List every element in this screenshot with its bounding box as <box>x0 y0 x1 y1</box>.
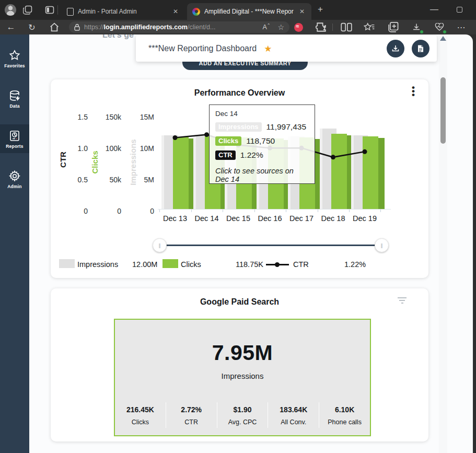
report-icon <box>8 130 21 142</box>
tab-bar: Admin - Portal Admin ✕ Amplified Digital… <box>0 0 476 20</box>
x-axis-label: Dec 16 <box>254 214 286 223</box>
legend-label-clicks: Clicks <box>181 259 201 270</box>
tab-amplified-digital[interactable]: Amplified Digital - ***New Repor ✕ <box>187 3 311 20</box>
y-tick-label: 15M <box>123 113 154 121</box>
split-screen-icon[interactable] <box>341 21 352 33</box>
web-content: Favorites Data Reports <box>0 34 473 453</box>
chart-x-labels: Dec 13Dec 14Dec 15Dec 16Dec 17Dec 18Dec … <box>159 214 389 226</box>
page-title: ***New Reporting Dashboard <box>148 44 257 53</box>
stat-all-conv: 183.64K All Conv. <box>268 402 319 428</box>
range-slider-track[interactable] <box>159 245 381 246</box>
clicks-badge: Clicks <box>215 136 241 146</box>
impressions-badge: Impressions <box>215 122 262 132</box>
browser-essentials-icon[interactable] <box>434 21 445 33</box>
stats-row: 216.45K Clicks 2.72% CTR $1.90 Avg. CPC … <box>115 402 370 428</box>
legend-swatch-impressions <box>59 259 75 271</box>
address-bar[interactable]: https://login.amplifiedreports.com/clien… <box>69 21 289 33</box>
x-axis-tick <box>318 210 318 212</box>
card-title: Google Paid Search <box>51 297 428 307</box>
extensions-puzzle-icon[interactable] <box>316 21 327 33</box>
legend-label-impressions: Impressions <box>77 259 118 270</box>
tab-divider <box>57 5 58 15</box>
x-axis-tick <box>223 210 223 212</box>
url-text: https://login.amplifiedreports.com/clien… <box>84 24 262 31</box>
tab-close-icon[interactable]: ✕ <box>298 8 306 15</box>
x-axis-tick <box>380 210 381 212</box>
favorites-bar-icon[interactable] <box>364 21 375 33</box>
y-tick-label: 0 <box>56 207 88 215</box>
card-menu-icon[interactable]: ••• <box>409 86 418 97</box>
app-sidebar: Favorites Data Reports <box>0 34 29 453</box>
legend-value-impressions: 12.00M <box>132 259 157 270</box>
stat-phone-calls: 6.10K Phone calls <box>319 402 370 428</box>
impressions-metric-card[interactable]: 7.95M Impressions 216.45K Clicks 2.72% C… <box>114 319 371 436</box>
chart-legend: Impressions 12.00M Clicks 118.75K CTR 1.… <box>51 259 428 272</box>
x-axis-label: Dec 13 <box>159 214 191 223</box>
tab-actions-icon[interactable] <box>45 5 54 15</box>
x-axis-label: Dec 14 <box>191 214 223 223</box>
tab-close-icon[interactable]: ✕ <box>171 8 180 15</box>
amplified-logo-icon <box>192 8 200 16</box>
home-icon[interactable] <box>49 21 60 33</box>
y-tick-label: 5M <box>123 176 154 184</box>
minimize-button[interactable]: — <box>422 0 446 19</box>
y-tick-label: 50k <box>90 176 121 184</box>
ctr-value: 1.22% <box>240 150 263 160</box>
refresh-icon[interactable]: ↻ <box>26 21 38 33</box>
x-axis-tick <box>191 210 192 212</box>
gear-icon <box>8 170 21 182</box>
tab-title: Amplified Digital - ***New Repor <box>204 8 294 15</box>
x-axis-tick <box>286 210 286 212</box>
chart-tooltip[interactable]: Dec 14 Impressions 11,997,435 Clicks 118… <box>209 104 315 184</box>
tooltip-date: Dec 14 <box>215 110 309 118</box>
star-icon <box>8 49 21 62</box>
x-axis-tick <box>159 210 160 212</box>
favorite-star-icon[interactable]: ☆ <box>277 23 284 31</box>
range-slider-handle-right[interactable]: ∥ <box>375 238 389 252</box>
y-tick-label: 0 <box>123 207 154 215</box>
new-tab-button[interactable]: + <box>318 4 323 15</box>
sidebar-item-data[interactable]: Data <box>0 84 29 113</box>
y-tick-label: 100k <box>90 144 121 153</box>
y-tick-label: 0 <box>90 207 121 215</box>
x-axis-line <box>158 209 391 210</box>
clipped-heading: Let's ge <box>102 34 134 40</box>
profile-avatar[interactable] <box>5 4 16 16</box>
export-document-button[interactable] <box>412 40 429 57</box>
favorite-star-icon[interactable]: ★ <box>264 43 272 54</box>
x-axis-label: Dec 17 <box>286 214 317 223</box>
performance-overview-card: Performance Overview ••• CTR Clicks Impr… <box>51 79 428 278</box>
toolbar-divider <box>332 24 333 31</box>
collections-icon[interactable] <box>388 21 399 33</box>
tooltip-footer: Click to see sources on Dec 14 <box>215 167 309 183</box>
extension-red-icon[interactable] <box>293 21 304 33</box>
filter-icon[interactable] <box>398 297 407 305</box>
primary-metric-label: Impressions <box>115 371 370 380</box>
stat-clicks: 216.45K Clicks <box>115 402 166 428</box>
read-aloud-icon[interactable]: A⌃ <box>262 23 270 31</box>
browser-toolbar: ← ↻ https://login.amplifiedreports.com/c… <box>0 20 476 34</box>
back-icon[interactable]: ← <box>5 21 17 33</box>
workspaces-icon[interactable] <box>23 5 32 15</box>
sidebar-item-reports[interactable]: Reports <box>0 124 29 153</box>
stat-avg-cpc: $1.90 Avg. CPC <box>217 402 268 428</box>
dashboard-main: Let's ge ADD AN EXECUTIVE SUMMARY ***New… <box>29 34 473 453</box>
y-tick-label: 1.0 <box>56 144 88 153</box>
dashboard-title-bar: ***New Reporting Dashboard ★ <box>136 36 437 62</box>
sidebar-item-favorites[interactable]: Favorites <box>0 44 29 73</box>
more-menu-icon[interactable]: ⋯ <box>456 21 467 33</box>
range-slider-handle-left[interactable]: ∥ <box>153 238 167 252</box>
download-report-button[interactable] <box>387 40 404 57</box>
legend-label-ctr: CTR <box>293 259 309 270</box>
chart-title: Performance Overview <box>51 88 428 98</box>
tab-admin-portal[interactable]: Admin - Portal Admin ✕ <box>62 3 185 20</box>
maximize-button[interactable] <box>447 0 471 19</box>
tab-title: Admin - Portal Admin <box>78 8 167 15</box>
legend-value-ctr: 1.22% <box>344 259 366 270</box>
x-axis-label: Dec 15 <box>223 214 254 223</box>
scroll-up-arrow-icon[interactable] <box>440 36 446 41</box>
stat-ctr: 2.72% CTR <box>166 402 217 428</box>
sidebar-item-admin[interactable]: Admin <box>0 165 29 193</box>
scrollbar-thumb[interactable] <box>440 77 446 144</box>
downloads-icon[interactable] <box>411 21 422 33</box>
